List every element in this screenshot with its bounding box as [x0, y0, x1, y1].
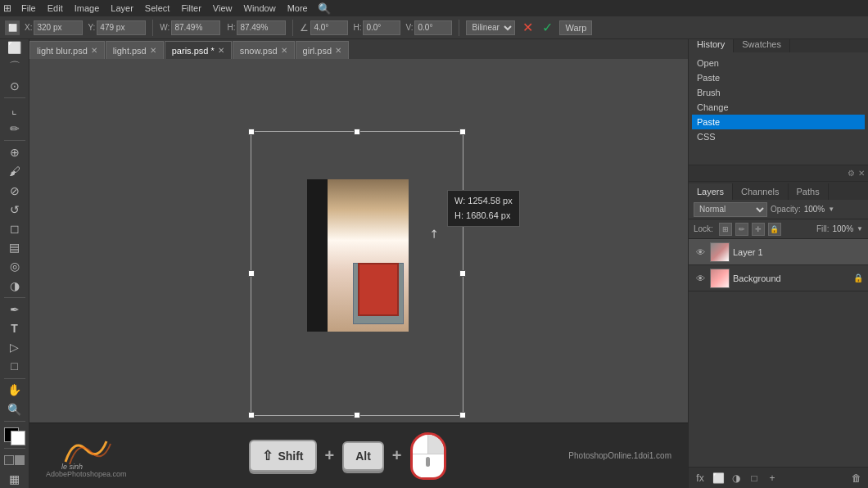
lock-transparent-icon[interactable]: ⊞ — [719, 223, 732, 236]
angle-input[interactable] — [310, 20, 348, 35]
hand-tool[interactable]: ✋ — [3, 381, 26, 399]
handle-bottom-right[interactable] — [459, 412, 466, 418]
blur-tool[interactable]: ◎ — [3, 257, 26, 275]
delete-layer-button[interactable]: 🗑 — [848, 470, 865, 486]
menu-filter[interactable]: Filter — [176, 2, 206, 15]
lasso-tool[interactable]: ⌒ — [3, 57, 26, 75]
separator-2 — [292, 20, 293, 36]
y-input[interactable] — [97, 20, 146, 35]
color-picker[interactable] — [4, 427, 25, 445]
shape-tool[interactable]: □ — [3, 357, 26, 375]
tab-snow[interactable]: snow.psd ✕ — [233, 41, 295, 59]
screen-mode-btn[interactable]: ▦ — [3, 470, 26, 488]
handle-middle-right[interactable] — [459, 270, 466, 277]
history-item-paste[interactable]: Paste — [692, 70, 865, 85]
tab-paths[interactable]: Paths — [789, 183, 829, 200]
warp-button[interactable]: Warp — [559, 20, 592, 35]
background-color[interactable] — [11, 431, 25, 445]
lock-pixels-icon[interactable]: ✏ — [735, 223, 748, 236]
menu-file[interactable]: File — [16, 2, 41, 15]
brush-tool[interactable]: 🖌 — [3, 162, 26, 180]
angle-label: ∠ — [300, 22, 309, 34]
layers-blend-row: Normal Opacity: 100% ▼ — [689, 200, 868, 219]
eyedropper-tool[interactable]: ✏ — [3, 120, 26, 138]
confirm-transform-button[interactable]: ✓ — [540, 20, 554, 35]
history-item-brush[interactable]: Brush — [692, 85, 865, 100]
layer-item-background[interactable]: 👁 Background 🔒 — [689, 265, 868, 291]
layer-item-layer1[interactable]: 👁 Layer 1 — [689, 239, 868, 265]
panel-close-icon[interactable]: ✕ — [858, 169, 865, 178]
skewv-input[interactable] — [414, 20, 452, 35]
history-item-open[interactable]: Open — [692, 56, 865, 70]
history-item-paste2[interactable]: Paste — [692, 115, 865, 129]
tab-snow-close[interactable]: ✕ — [281, 46, 287, 55]
tab-girl-close[interactable]: ✕ — [335, 46, 341, 55]
clone-tool[interactable]: ⊘ — [3, 181, 26, 199]
quick-select-tool[interactable]: ⊙ — [3, 77, 26, 95]
tab-layers[interactable]: Layers — [689, 183, 733, 200]
new-layer-button[interactable]: + — [764, 470, 780, 486]
canvas-area[interactable]: ↗ W: 1254.58 px H: 1680.64 px — [29, 59, 688, 422]
menu-bar: ⊞ File Edit Image Layer Select Filter Vi… — [0, 0, 868, 16]
tab-paris-close[interactable]: ✕ — [218, 46, 224, 55]
transform-bounding-box[interactable] — [251, 131, 463, 416]
h-input[interactable] — [237, 20, 286, 35]
handle-bottom-left[interactable] — [248, 412, 255, 418]
marquee-tool[interactable]: ⬜ — [3, 38, 26, 56]
menu-select[interactable]: Select — [140, 2, 175, 15]
text-tool[interactable]: T — [3, 319, 26, 337]
path-select-tool[interactable]: ▷ — [3, 338, 26, 356]
tab-light[interactable]: light.psd ✕ — [106, 41, 164, 59]
tab-lightblur-close[interactable]: ✕ — [91, 46, 97, 55]
background-visibility-icon[interactable]: 👁 — [694, 272, 707, 285]
crop-tool[interactable]: ⌞ — [3, 101, 26, 119]
menu-image[interactable]: Image — [70, 2, 105, 15]
heal-tool[interactable]: ⊕ — [3, 143, 26, 161]
w-input[interactable] — [171, 20, 220, 35]
handle-middle-left[interactable] — [248, 270, 255, 277]
blend-mode-select[interactable]: Normal — [694, 202, 767, 217]
search-icon[interactable]: 🔍 — [318, 2, 331, 15]
h-label: H: — [227, 23, 235, 32]
handle-top-left[interactable] — [248, 129, 255, 135]
tab-light-close[interactable]: ✕ — [150, 46, 156, 55]
menu-edit[interactable]: Edit — [43, 2, 68, 15]
opacity-arrow-icon[interactable]: ▼ — [828, 206, 834, 213]
add-style-button[interactable]: fx — [692, 470, 708, 486]
tab-girl[interactable]: girl.psd ✕ — [296, 41, 349, 59]
history-item-css[interactable]: CSS — [692, 129, 865, 144]
menu-layer[interactable]: Layer — [106, 2, 138, 15]
dodge-tool[interactable]: ◑ — [3, 277, 26, 295]
svg-text:le sinh: le sinh — [61, 463, 83, 470]
x-input[interactable] — [34, 20, 83, 35]
tab-channels[interactable]: Channels — [733, 183, 788, 200]
eraser-tool[interactable]: ◻ — [3, 219, 26, 237]
skewh-input[interactable] — [363, 20, 400, 35]
history-brush-tool[interactable]: ↺ — [3, 201, 26, 219]
pen-tool[interactable]: ✒ — [3, 300, 26, 319]
zoom-tool[interactable]: 🔍 — [3, 400, 26, 418]
new-adjustment-button[interactable]: ◑ — [728, 470, 744, 486]
interpolation-select[interactable]: Bilinear — [466, 20, 515, 35]
panel-settings-icon[interactable]: ⚙ — [848, 169, 855, 178]
tab-lightblur[interactable]: light blur.psd ✕ — [29, 41, 105, 59]
menu-view[interactable]: View — [208, 2, 237, 15]
layers-panel: Layers Channels Paths Normal Opacity: 10… — [689, 182, 868, 488]
handle-top-middle[interactable] — [354, 129, 360, 135]
layer1-visibility-icon[interactable]: 👁 — [694, 246, 707, 259]
add-mask-button[interactable]: ⬜ — [710, 470, 726, 486]
handle-bottom-middle[interactable] — [354, 412, 360, 418]
new-group-button[interactable]: □ — [746, 470, 762, 486]
menu-window[interactable]: Window — [239, 2, 281, 15]
menu-more[interactable]: More — [283, 2, 313, 15]
handle-top-right[interactable] — [459, 129, 466, 135]
gradient-tool[interactable]: ▤ — [3, 238, 26, 256]
lock-all-icon[interactable]: 🔒 — [768, 223, 781, 236]
layers-footer: fx ⬜ ◑ □ + 🗑 — [689, 467, 868, 488]
history-item-change[interactable]: Change — [692, 100, 865, 115]
fill-arrow-icon[interactable]: ▼ — [857, 225, 863, 233]
tab-paris[interactable]: paris.psd * ✕ — [165, 41, 232, 59]
cancel-transform-button[interactable]: ✕ — [520, 20, 535, 35]
lock-position-icon[interactable]: ✛ — [752, 223, 765, 236]
quick-mask-tool[interactable] — [3, 451, 26, 469]
